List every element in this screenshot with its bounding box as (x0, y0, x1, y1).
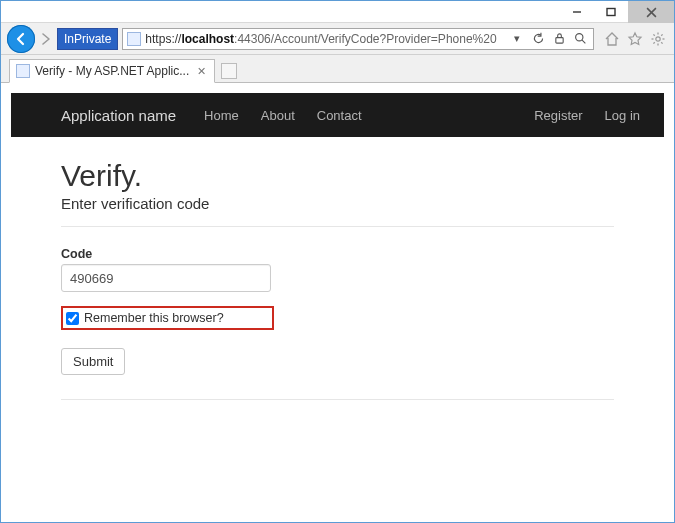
url-text: https://localhost:44306/Account/VerifyCo… (145, 32, 504, 46)
refresh-icon[interactable] (529, 30, 547, 48)
page-viewport: Application name Home About Contact Regi… (1, 83, 674, 522)
brand-label[interactable]: Application name (61, 107, 176, 124)
address-bar[interactable]: https://localhost:44306/Account/VerifyCo… (122, 28, 594, 50)
back-button[interactable] (7, 25, 35, 53)
svg-rect-1 (607, 9, 615, 16)
dropdown-icon[interactable]: ▾ (508, 30, 526, 48)
url-scheme: https:// (145, 32, 181, 46)
page-subtitle: Enter verification code (61, 195, 614, 212)
code-label: Code (61, 247, 614, 261)
home-icon[interactable] (602, 29, 622, 49)
tab-close-icon[interactable]: ✕ (194, 64, 208, 78)
divider-top (61, 226, 614, 227)
browser-tool-icons (602, 29, 668, 49)
svg-line-14 (661, 34, 662, 35)
svg-line-15 (653, 42, 654, 43)
svg-line-6 (582, 40, 585, 43)
inprivate-badge: InPrivate (57, 28, 118, 50)
code-input[interactable] (61, 264, 271, 292)
tab-title: Verify - My ASP.NET Applic... (35, 64, 189, 78)
search-icon[interactable] (571, 30, 589, 48)
nav-contact[interactable]: Contact (317, 108, 362, 123)
forward-button[interactable] (39, 25, 53, 53)
divider-bottom (61, 399, 614, 400)
svg-point-5 (575, 34, 582, 41)
new-tab-button[interactable] (221, 63, 237, 79)
nav-login[interactable]: Log in (605, 108, 640, 123)
code-field-group: Code (61, 247, 614, 292)
nav-home[interactable]: Home (204, 108, 239, 123)
nav-register[interactable]: Register (534, 108, 582, 123)
url-rest: :44306/Account/VerifyCode?Provider=Phone… (234, 32, 497, 46)
submit-group: Submit (61, 330, 614, 375)
remember-group: Remember this browser? (61, 306, 614, 330)
url-controls: ▾ (508, 30, 589, 48)
address-bar-row: InPrivate https://localhost:44306/Accoun… (1, 23, 674, 55)
submit-button[interactable]: Submit (61, 348, 125, 375)
favorites-icon[interactable] (625, 29, 645, 49)
browser-window: InPrivate https://localhost:44306/Accoun… (0, 0, 675, 523)
maximize-button[interactable] (594, 1, 628, 23)
browser-tab-active[interactable]: Verify - My ASP.NET Applic... ✕ (9, 59, 215, 83)
url-host: localhost (181, 32, 234, 46)
page-title: Verify. (61, 159, 614, 193)
tab-page-icon (16, 64, 30, 78)
svg-point-7 (656, 36, 660, 40)
minimize-button[interactable] (560, 1, 594, 23)
svg-line-12 (653, 34, 654, 35)
remember-label: Remember this browser? (84, 311, 224, 325)
app-navbar: Application name Home About Contact Regi… (11, 93, 664, 137)
remember-highlight: Remember this browser? (61, 306, 274, 330)
nav-about[interactable]: About (261, 108, 295, 123)
lock-icon[interactable] (550, 30, 568, 48)
window-titlebar (1, 1, 674, 23)
page-container: Verify. Enter verification code Code Rem… (11, 137, 664, 434)
close-button[interactable] (628, 1, 674, 23)
tools-gear-icon[interactable] (648, 29, 668, 49)
tab-strip: Verify - My ASP.NET Applic... ✕ (1, 55, 674, 83)
page-icon (127, 32, 141, 46)
svg-line-13 (661, 42, 662, 43)
remember-checkbox[interactable] (66, 312, 79, 325)
svg-rect-4 (555, 38, 562, 44)
